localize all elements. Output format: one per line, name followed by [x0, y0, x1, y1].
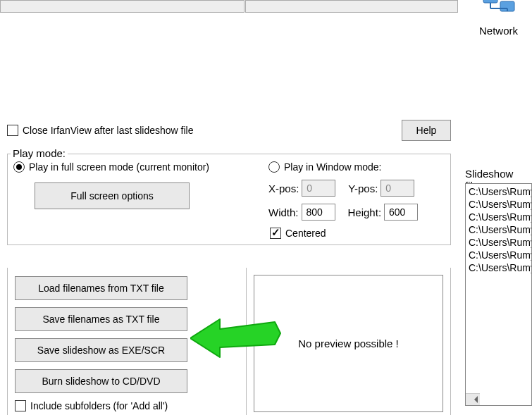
radio-fullscreen[interactable]: Play in full screen mode (current monito… [13, 161, 247, 173]
preview-area: No preview possible ! [254, 275, 443, 412]
radio-window[interactable]: Play in Window mode: [268, 161, 445, 173]
preview-text: No preview possible ! [298, 337, 399, 349]
height-label: Height: [348, 206, 382, 218]
close-after-last-label: Close IrfanView after last slideshow fil… [23, 125, 194, 136]
checkbox-icon[interactable] [7, 125, 18, 136]
svg-marker-5 [190, 319, 280, 357]
list-item[interactable]: C:\Users\Rumy [466, 198, 531, 211]
right-column: Network Slideshow files: C:\Users\Rumy C… [465, 0, 532, 415]
list-item[interactable]: C:\Users\Rumy [466, 249, 531, 261]
include-subfolders-checkbox[interactable]: Include subfolders (for 'Add all') [15, 400, 239, 411]
annotation-arrow-icon [190, 314, 282, 363]
ypos-input[interactable] [381, 180, 414, 197]
top-panel-left [0, 0, 245, 13]
xpos-label: X-pos: [268, 182, 299, 194]
checkbox-icon[interactable] [15, 400, 26, 411]
network-icon[interactable] [465, 0, 532, 16]
top-panels [0, 0, 458, 13]
list-item[interactable]: C:\Users\Rumy [466, 236, 531, 249]
main-area: Close IrfanView after last slideshow fil… [7, 120, 451, 245]
xpos-input[interactable] [302, 180, 335, 197]
centered-checkbox[interactable]: Centered [270, 228, 445, 239]
play-mode-legend: Play mode: [11, 147, 68, 159]
save-exe-button[interactable]: Save slideshow as EXE/SCR [15, 338, 187, 362]
list-item[interactable]: C:\Users\Rumy [466, 211, 531, 223]
slideshow-file-list[interactable]: C:\Users\Rumy C:\Users\Rumy C:\Users\Rum… [465, 183, 532, 406]
network-label[interactable]: Network [465, 25, 532, 37]
list-item[interactable]: C:\Users\Rumy [466, 185, 531, 198]
radio-fullscreen-label: Play in full screen mode (current monito… [29, 161, 209, 173]
radio-icon[interactable] [13, 161, 25, 173]
radio-icon[interactable] [268, 161, 280, 173]
top-panel-right [245, 0, 458, 13]
fullscreen-options-button[interactable]: Full screen options [35, 182, 190, 209]
list-item[interactable]: C:\Users\Rumy [466, 223, 531, 236]
ypos-label: Y-pos: [348, 182, 378, 194]
help-button[interactable]: Help [402, 120, 451, 141]
close-after-last-checkbox[interactable]: Close IrfanView after last slideshow fil… [7, 125, 194, 136]
burn-cd-button[interactable]: Burn slideshow to CD/DVD [15, 369, 187, 393]
width-input[interactable] [302, 204, 335, 221]
include-subfolders-label: Include subfolders (for 'Add all') [30, 400, 168, 411]
svg-rect-0 [483, 0, 497, 3]
load-txt-button[interactable]: Load filenames from TXT file [15, 276, 187, 300]
list-item[interactable]: C:\Users\Rumy [466, 261, 531, 274]
radio-window-label: Play in Window mode: [284, 161, 382, 173]
width-label: Width: [268, 206, 299, 218]
play-mode-group: Play mode: Play in full screen mode (cur… [7, 154, 451, 245]
checkbox-icon[interactable] [270, 228, 281, 239]
scroll-left-button[interactable] [466, 393, 480, 405]
save-txt-button[interactable]: Save filenames as TXT file [15, 307, 187, 331]
centered-label: Centered [285, 228, 326, 239]
height-input[interactable] [384, 204, 418, 221]
